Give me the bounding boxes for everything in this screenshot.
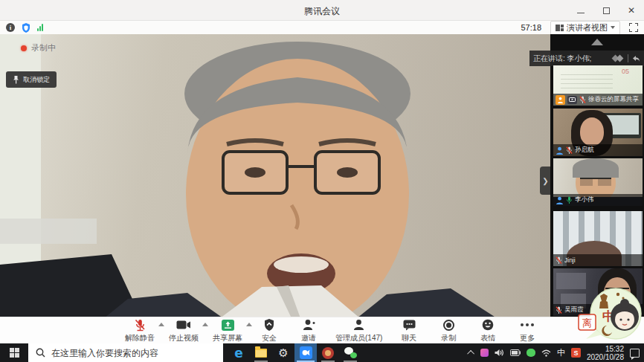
wechat-icon [344, 347, 357, 358]
participant-name: 孙启航 [575, 146, 594, 155]
taskbar-search[interactable] [28, 343, 223, 362]
sticker-tag: 离 [582, 317, 592, 329]
share-options-caret[interactable] [246, 323, 252, 326]
taskbar-app-explorer[interactable] [250, 343, 272, 362]
window-controls: ✕ [568, 0, 644, 21]
volume-icon[interactable] [495, 349, 504, 357]
sidebar-collapse-handle[interactable]: ❯ [540, 167, 550, 195]
speaking-label: 正在讲话: 李小伟; [533, 54, 612, 64]
screenshare-preview-text: 05 [622, 67, 629, 77]
more-button[interactable]: 更多 [515, 319, 540, 343]
emoji-button[interactable]: 表情 [475, 319, 500, 343]
chevron-down-icon [611, 26, 615, 29]
toolbar-label: 管理成员(147) [335, 333, 382, 343]
start-button[interactable] [0, 343, 28, 362]
ime-indicator[interactable]: 中 [557, 347, 565, 358]
unmute-button[interactable]: 解除静音 [125, 319, 155, 343]
speaking-banner: 正在讲话: 李小伟; [529, 51, 644, 66]
tray-time: 15:32 [587, 345, 624, 353]
windows-taskbar: e ⚙ 中 S 15:32 2020/10/28 [0, 343, 644, 362]
participant-label: Jinji [553, 254, 643, 266]
share-screen-icon [222, 319, 234, 332]
tray-wechat-icon[interactable] [527, 349, 535, 357]
toolbar-label: 聊天 [402, 333, 416, 343]
mic-options-caret[interactable] [158, 323, 164, 326]
titlebar: 腾讯会议 ✕ [0, 0, 644, 21]
divider [628, 54, 628, 62]
record-button[interactable]: 录制 [436, 319, 461, 343]
minimize-icon [577, 13, 585, 13]
participant-thumb[interactable]: 孙启航 [553, 109, 643, 156]
share-screen-button[interactable]: 共享屏幕 [213, 319, 242, 343]
invite-person-icon [303, 319, 315, 332]
stop-video-button[interactable]: 停止视频 [169, 319, 199, 343]
mic-muted-icon [579, 96, 586, 104]
chat-button[interactable]: 聊天 [396, 319, 422, 343]
unpin-label: 取消锁定 [23, 75, 50, 85]
participants-scroll-up[interactable] [591, 39, 603, 45]
windows-logo-icon [10, 348, 19, 358]
taskbar-app-browser[interactable] [317, 343, 339, 362]
meeting-toolbar: 解除静音 停止视频 共享屏幕 安全 [0, 317, 644, 343]
network-signal-icon[interactable] [37, 24, 43, 31]
fullscreen-button[interactable] [629, 23, 638, 32]
minimize-button[interactable] [568, 0, 593, 21]
layout-switch-icon[interactable] [612, 54, 624, 63]
meeting-topbar: i 57:18 演讲者视图 [0, 21, 644, 34]
network-icon[interactable] [541, 349, 551, 357]
tray-app-icon[interactable] [480, 349, 489, 357]
meeting-timer: 57:18 [521, 23, 541, 32]
taskbar-app-wechat[interactable] [339, 343, 361, 362]
maximize-button[interactable] [593, 0, 619, 21]
members-icon [353, 319, 364, 332]
security-button[interactable]: 安全 [257, 319, 282, 343]
system-tray: 中 S 15:32 2020/10/28 [469, 343, 644, 362]
unpin-button[interactable]: 取消锁定 [6, 71, 57, 88]
mic-muted-icon [566, 146, 573, 155]
recording-dot-icon [21, 45, 27, 51]
toolbar-label: 停止视频 [169, 333, 199, 343]
mic-muted-icon [135, 319, 146, 332]
tray-expand-icon[interactable] [467, 350, 474, 358]
video-stage: 录制中 取消锁定 ❯ 正在讲话: 李小伟; 05 [0, 34, 644, 317]
presenter-icon [556, 95, 565, 105]
action-center-icon[interactable] [630, 349, 640, 358]
toolbar-label: 表情 [480, 333, 495, 343]
view-mode-label: 演讲者视图 [567, 22, 608, 33]
search-input[interactable] [51, 348, 216, 358]
restore-arrow-icon[interactable] [632, 55, 640, 62]
toolbar-label: 解除静音 [125, 333, 155, 343]
edge-icon: e [234, 346, 243, 361]
main-video[interactable]: 录制中 取消锁定 ❯ [0, 34, 550, 317]
participant-name: 李小伟 [575, 195, 594, 204]
maximize-icon [603, 7, 610, 14]
red-app-icon [322, 347, 334, 359]
record-icon [443, 319, 454, 332]
tencent-meeting-window: 腾讯会议 ✕ i 57:18 演讲者视图 [0, 0, 644, 362]
screen-share-icon [567, 96, 577, 104]
more-dots-icon [521, 319, 534, 332]
participant-thumb-speaking[interactable]: 李小伟 [553, 158, 643, 206]
sogou-input-icon[interactable]: S [571, 348, 581, 358]
security-shield-icon[interactable] [22, 23, 30, 33]
view-mode-button[interactable]: 演讲者视图 [550, 21, 620, 35]
battery-icon[interactable] [510, 349, 521, 356]
tencent-meeting-icon [300, 346, 312, 359]
invite-button[interactable]: 邀请 [296, 319, 321, 343]
toolbar-label: 安全 [262, 333, 277, 343]
close-icon: ✕ [628, 6, 635, 15]
mic-active-icon [566, 196, 573, 204]
manage-members-button[interactable]: 管理成员(147) [335, 319, 382, 343]
participant-thumb-screenshare[interactable]: 05 徐蓉云的屏幕共享 [553, 65, 643, 106]
video-options-caret[interactable] [202, 323, 208, 326]
toolbar-label: 邀请 [301, 333, 316, 343]
gear-icon: ⚙ [278, 346, 288, 360]
taskbar-app-meeting[interactable] [294, 343, 317, 362]
participant-label: 李小伟 [553, 194, 643, 206]
taskbar-app-settings[interactable]: ⚙ [272, 343, 294, 362]
meeting-info-icon[interactable]: i [6, 23, 15, 32]
taskbar-clock[interactable]: 15:32 2020/10/28 [587, 345, 624, 361]
participant-thumb[interactable]: Jinji [553, 211, 643, 266]
close-button[interactable]: ✕ [619, 0, 644, 21]
taskbar-app-edge[interactable]: e [228, 343, 250, 362]
